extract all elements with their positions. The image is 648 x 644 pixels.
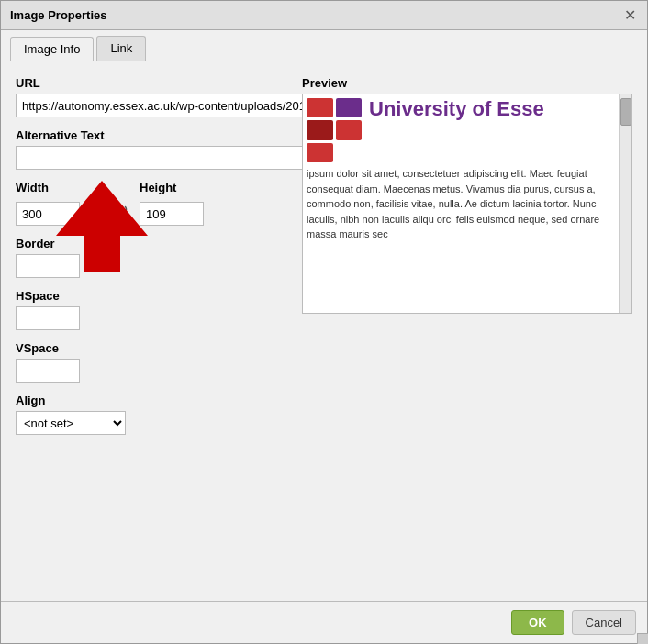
logo-cell-6	[336, 143, 363, 162]
vspace-field-group: VSpace	[16, 341, 632, 383]
preview-label: Preview	[302, 76, 632, 90]
image-properties-dialog: Image Properties ✕ Image Info Link URL A…	[0, 0, 648, 644]
logo-mock	[307, 98, 362, 162]
height-input[interactable]	[140, 202, 204, 226]
logo-cell-4	[336, 120, 363, 139]
close-button[interactable]: ✕	[622, 8, 638, 23]
preview-box: University of Esse ipsum dolor sit amet,…	[302, 94, 632, 314]
preview-section: Preview University of Esse	[302, 76, 632, 314]
height-label: Height	[140, 181, 204, 194]
dialog-tabs: Image Info Link	[1, 30, 647, 61]
preview-scrollbar[interactable]	[619, 94, 631, 313]
preview-inner: University of Esse ipsum dolor sit amet,…	[303, 94, 619, 313]
tab-image-info[interactable]: Image Info	[10, 37, 94, 61]
dialog-footer: OK Cancel	[1, 601, 647, 643]
width-input[interactable]	[16, 202, 80, 226]
reset-size-button[interactable]: ↻	[115, 200, 128, 220]
hspace-input[interactable]	[16, 306, 80, 330]
lock-aspect-button[interactable]: 🔒	[91, 201, 109, 218]
align-select[interactable]: <not set> Left Right Top Middle Bottom	[16, 411, 126, 435]
width-group: Width	[16, 181, 80, 226]
dialog-titlebar: Image Properties ✕	[1, 1, 647, 30]
preview-image-area: University of Esse	[307, 98, 615, 162]
logo-cell-5	[307, 143, 333, 162]
logo-cell-1	[307, 98, 333, 117]
border-input[interactable]	[16, 254, 80, 278]
tab-link[interactable]: Link	[96, 36, 146, 61]
align-field-group: Align <not set> Left Right Top Middle Bo…	[16, 394, 632, 435]
logo-cell-2	[336, 98, 363, 117]
logo-cell-3	[307, 120, 333, 139]
preview-body-text: ipsum dolor sit amet, consectetuer adipi…	[307, 166, 615, 242]
scroll-thumb[interactable]	[620, 98, 631, 126]
ok-button[interactable]: OK	[511, 610, 564, 635]
vspace-input[interactable]	[16, 359, 80, 383]
lock-refresh-area: 🔒 ↻	[91, 200, 128, 220]
vspace-label: VSpace	[16, 341, 632, 355]
resize-handle[interactable]	[637, 633, 648, 644]
height-group: Height	[140, 181, 204, 226]
align-label: Align	[16, 394, 632, 407]
cancel-button[interactable]: Cancel	[572, 610, 636, 635]
width-label: Width	[16, 181, 80, 194]
dialog-content: URL Alternative Text Width 🔒 ↻ Height	[1, 61, 647, 601]
university-name: University of Esse	[369, 98, 544, 120]
dialog-title: Image Properties	[10, 8, 107, 22]
